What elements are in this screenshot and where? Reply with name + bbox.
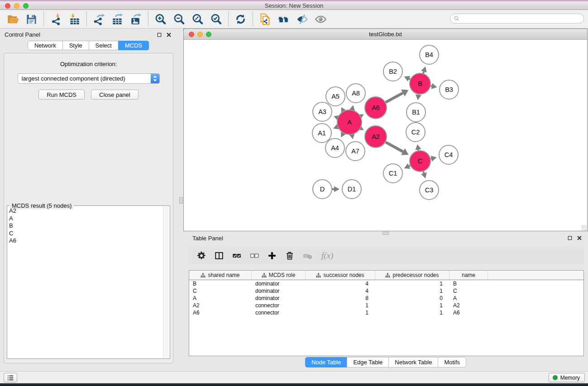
zoom-selected-button[interactable] <box>207 11 225 27</box>
result-item-a[interactable]: A <box>9 215 162 223</box>
export-table-button[interactable] <box>108 11 127 27</box>
edge-C-C1[interactable] <box>409 166 411 166</box>
cell-mcds-role: dominator <box>252 280 306 287</box>
close-panel-icon[interactable] <box>165 31 173 38</box>
cell-name: A6 <box>449 309 488 316</box>
hide-graphics-details-button[interactable] <box>293 11 311 27</box>
tab-node-table[interactable]: Node Table <box>305 357 348 367</box>
tab-network[interactable]: Network <box>28 41 63 50</box>
cell-successor-nodes: 1 <box>306 302 375 309</box>
close-table-panel-icon[interactable] <box>575 234 583 242</box>
export-image-icon <box>130 13 142 25</box>
export-network-button[interactable] <box>90 11 108 27</box>
delete-table-button[interactable] <box>302 250 313 261</box>
table-panel-title: Table Panel <box>192 235 564 242</box>
home-button[interactable] <box>274 11 293 27</box>
window-title: Session: New Session <box>0 2 588 9</box>
result-item-c[interactable]: C <box>9 230 162 238</box>
checked-boxes-icon <box>232 251 242 261</box>
table-row[interactable]: Cdominator41C <box>189 287 583 295</box>
cell-filler <box>488 280 583 287</box>
float-table-panel-icon[interactable] <box>566 234 574 242</box>
resize-handle[interactable] <box>582 225 587 230</box>
result-scrollbar[interactable] <box>163 206 169 358</box>
arrowhead-B-B1 <box>416 94 421 100</box>
node-label-C4: C4 <box>445 151 453 158</box>
unchecked-boxes-icon <box>249 251 259 261</box>
export-image-button[interactable] <box>127 11 145 27</box>
result-item-a2[interactable]: A2 <box>9 207 162 215</box>
titlebar: Session: New Session <box>0 0 588 10</box>
mcds-button-row: Run MCDS Close panel <box>4 90 173 100</box>
cell-shared-name: A6 <box>189 309 252 316</box>
close-panel-button[interactable]: Close panel <box>91 90 139 100</box>
zoom-in-button[interactable] <box>151 11 170 27</box>
table-panel-tabs: Node TableEdge TableNetwork TableMotifs <box>183 357 588 367</box>
tab-edge-table[interactable]: Edge Table <box>347 357 389 367</box>
vertical-splitter-grip[interactable] <box>179 197 183 204</box>
table-settings-button[interactable] <box>196 250 207 261</box>
refresh-icon <box>234 13 247 25</box>
tab-network-table[interactable]: Network Table <box>388 357 438 367</box>
import-network-button[interactable] <box>47 11 65 27</box>
column-header-label: MCDS role <box>269 272 296 278</box>
table-row[interactable]: A6connector11A6 <box>189 309 583 316</box>
node-label-D1: D1 <box>348 186 356 193</box>
column-header-predecessor-nodes[interactable]: predecessor nodes <box>375 271 449 280</box>
float-panel-icon[interactable] <box>155 31 163 38</box>
tab-select[interactable]: Select <box>89 41 119 50</box>
column-header-successor-nodes[interactable]: successor nodes <box>306 271 375 280</box>
delete-row-button[interactable] <box>284 250 295 261</box>
node-label-A8: A8 <box>352 90 360 97</box>
select-all-button[interactable] <box>231 250 242 261</box>
save-floppy-icon <box>25 13 38 25</box>
tab-mcds[interactable]: MCDS <box>118 41 149 50</box>
list-icon <box>7 375 14 381</box>
column-header-shared-name[interactable]: shared name <box>189 271 252 280</box>
column-header-mcds-role[interactable]: MCDS role <box>252 271 306 280</box>
edge-A2-C[interactable] <box>386 142 403 152</box>
cell-name: A2 <box>449 302 488 309</box>
node-label-C3: C3 <box>425 186 434 194</box>
edge-B-B2[interactable] <box>409 79 411 79</box>
edge-B-B4[interactable] <box>423 71 424 73</box>
import-table-button[interactable] <box>65 11 84 27</box>
save-session-button[interactable] <box>22 11 41 27</box>
zoom-fit-button[interactable] <box>188 11 207 27</box>
columns-icon <box>214 251 224 261</box>
edge-C-C3[interactable] <box>423 172 424 173</box>
search-input[interactable] <box>460 14 583 23</box>
optimization-criterion-dropdown[interactable]: largest connected component (directed) <box>18 73 160 84</box>
show-columns-button[interactable] <box>214 250 225 261</box>
deselect-all-button[interactable] <box>249 250 260 261</box>
import-table-icon <box>68 13 81 25</box>
toolbar-separator <box>228 12 229 26</box>
open-session-button[interactable] <box>4 11 22 27</box>
result-item-b[interactable]: B <box>9 222 162 230</box>
table-row[interactable]: A2connector11A2 <box>189 302 583 309</box>
tab-motifs[interactable]: Motifs <box>438 357 466 367</box>
tab-style[interactable]: Style <box>62 41 89 50</box>
clone-network-button[interactable] <box>256 11 274 27</box>
node-label-D: D <box>320 186 325 193</box>
network-window-titlebar: testGlobe.txt <box>184 29 587 40</box>
column-header-name[interactable]: name <box>449 271 488 280</box>
show-graphics-details-button[interactable] <box>311 11 330 27</box>
column-header-filler <box>488 271 583 280</box>
function-builder-button[interactable]: f(x) <box>321 251 333 261</box>
run-mcds-button[interactable]: Run MCDS <box>38 90 85 100</box>
toolbar-separator <box>86 12 87 26</box>
result-item-a6[interactable]: A6 <box>9 237 162 245</box>
refresh-button[interactable] <box>231 11 250 27</box>
eye-icon <box>315 13 327 25</box>
network-canvas[interactable]: B4B2BB3A8A5A6A3B1AC2A1A2A4A7C4CC1DD1C3 <box>184 40 587 230</box>
edge-A6-B[interactable] <box>386 93 403 102</box>
memory-button[interactable]: Memory <box>549 373 585 382</box>
add-row-button[interactable] <box>267 250 277 261</box>
task-history-button[interactable] <box>4 373 17 382</box>
table-row[interactable]: Adominator80A <box>189 295 583 302</box>
zoom-out-button[interactable] <box>170 11 188 27</box>
arrowhead-C-C3 <box>421 172 427 178</box>
dropdown-stepper[interactable] <box>151 73 159 84</box>
table-row[interactable]: Bdominator41B <box>189 280 583 287</box>
